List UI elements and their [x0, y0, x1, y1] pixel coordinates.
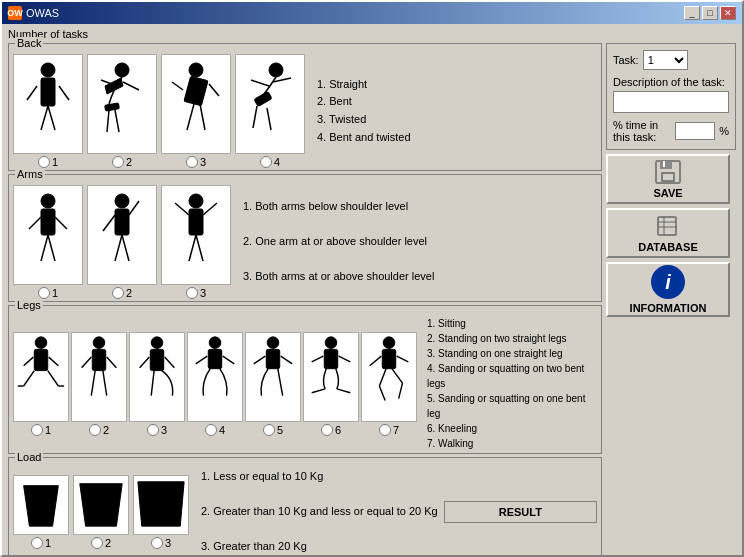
svg-line-84	[397, 356, 409, 362]
load-radio-row-3: 3	[151, 537, 171, 549]
arms-svg-3	[167, 191, 225, 279]
svg-line-54	[103, 371, 107, 396]
back-radio-row-3: 3	[186, 156, 206, 168]
load-radio-2[interactable]	[91, 537, 103, 549]
info-icon: i	[651, 265, 685, 299]
svg-line-76	[339, 356, 351, 362]
minimize-button[interactable]: _	[684, 6, 700, 20]
svg-line-83	[370, 356, 382, 366]
legs-svg-6	[304, 333, 358, 420]
back-svg-3	[167, 60, 225, 148]
arms-radio-2[interactable]	[112, 287, 124, 299]
svg-marker-87	[138, 482, 184, 526]
svg-rect-58	[150, 350, 163, 371]
svg-line-70	[281, 356, 293, 364]
database-label: DATABASE	[638, 241, 697, 253]
arms-figures: 1	[13, 185, 231, 299]
legs-radio-7[interactable]	[379, 424, 391, 436]
svg-point-25	[41, 194, 55, 208]
arms-svg-1	[19, 191, 77, 279]
legs-radio-5[interactable]	[263, 424, 275, 436]
arms-radio-1[interactable]	[38, 287, 50, 299]
legs-figure-box-7	[361, 332, 417, 422]
svg-line-33	[115, 235, 122, 261]
database-button[interactable]: DATABASE	[606, 208, 730, 258]
back-radio-3[interactable]	[186, 156, 198, 168]
pct-input[interactable]	[675, 122, 715, 140]
svg-line-3	[48, 106, 55, 130]
svg-line-11	[123, 82, 139, 90]
svg-rect-89	[660, 161, 672, 169]
arms-figure-box-3	[161, 185, 231, 285]
load-content: 1	[13, 466, 597, 555]
arms-radio-row-1: 1	[38, 287, 58, 299]
svg-line-36	[129, 201, 139, 215]
save-button[interactable]: SAVE	[606, 154, 730, 204]
svg-line-60	[140, 357, 150, 368]
svg-marker-86	[80, 484, 122, 526]
task-select[interactable]: 1 2 3	[643, 50, 688, 70]
legs-figure-7: 7	[361, 332, 417, 436]
svg-line-64	[196, 356, 208, 364]
svg-line-18	[209, 84, 219, 96]
load-figure-box-3	[133, 475, 189, 535]
legs-figure-6: 6	[303, 332, 359, 436]
legs-desc-6: 6. Kneeling	[427, 421, 597, 436]
legs-svg-5	[246, 333, 300, 420]
description-input[interactable]	[613, 91, 729, 113]
svg-line-42	[203, 203, 217, 215]
legs-radio-6[interactable]	[321, 424, 333, 436]
legs-radio-2[interactable]	[89, 424, 101, 436]
back-radio-row-4: 4	[260, 156, 280, 168]
arms-desc-2: 2. One arm at or above shoulder level	[243, 233, 434, 251]
load-radio-3[interactable]	[151, 537, 163, 549]
legs-svg-7	[362, 333, 416, 420]
left-panel: Back	[8, 43, 602, 550]
back-label: Back	[15, 37, 43, 49]
arms-descriptions: 1. Both arms below shoulder level 2. One…	[243, 198, 434, 286]
legs-radio-row-4: 4	[205, 424, 225, 436]
svg-point-66	[267, 337, 279, 349]
svg-line-28	[48, 235, 55, 261]
legs-svg-3	[130, 333, 184, 420]
close-button[interactable]: ✕	[720, 6, 736, 20]
svg-line-82	[399, 383, 403, 398]
svg-line-15	[187, 104, 194, 130]
maximize-button[interactable]: □	[702, 6, 718, 20]
svg-rect-72	[324, 350, 337, 369]
legs-radio-3[interactable]	[147, 424, 159, 436]
svg-line-68	[278, 369, 283, 396]
legs-desc-5: 5. Sanding or squatting on one bent leg	[427, 391, 597, 421]
svg-line-59	[151, 371, 154, 396]
legs-radio-4[interactable]	[205, 424, 217, 436]
back-desc-2: 2. Bent	[317, 93, 411, 111]
legs-radio-1[interactable]	[31, 424, 43, 436]
svg-line-80	[379, 386, 385, 400]
svg-line-50	[49, 357, 59, 366]
svg-rect-26	[41, 209, 55, 235]
svg-point-71	[325, 337, 337, 349]
svg-line-65	[223, 356, 235, 364]
save-icon	[654, 159, 682, 185]
back-radio-4[interactable]	[260, 156, 272, 168]
load-radio-row-1: 1	[31, 537, 51, 549]
legs-figure-box-4	[187, 332, 243, 422]
svg-rect-1	[41, 78, 55, 106]
load-svg-1	[14, 476, 68, 534]
title-bar-left: OW OWAS	[8, 6, 59, 20]
legs-figure-box-3	[129, 332, 185, 422]
title-bar: OW OWAS _ □ ✕	[2, 2, 742, 24]
arms-radio-3[interactable]	[186, 287, 198, 299]
svg-line-29	[29, 217, 41, 229]
information-label: INFORMATION	[630, 302, 707, 314]
back-radio-2[interactable]	[112, 156, 124, 168]
information-button[interactable]: i INFORMATION	[606, 262, 730, 317]
legs-figure-1: 1	[13, 332, 69, 436]
svg-line-22	[267, 108, 271, 130]
load-radio-1[interactable]	[31, 537, 43, 549]
svg-point-6	[115, 63, 129, 77]
svg-line-8	[107, 110, 109, 132]
task-info: Task: 1 2 3 Description of the task: % t…	[606, 43, 736, 150]
back-radio-1[interactable]	[38, 156, 50, 168]
svg-line-73	[312, 389, 325, 393]
